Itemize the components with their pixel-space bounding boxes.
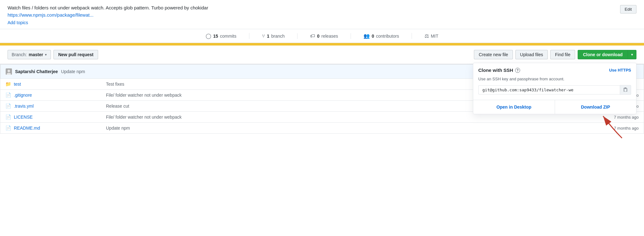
clone-download-dropdown-button[interactable]: ▾: [628, 51, 636, 59]
page-wrapper: Edit Watch files / folders not under web…: [0, 0, 644, 236]
copy-url-button[interactable]: [620, 85, 631, 95]
clone-download-button-group: Clone or download ▾: [578, 50, 636, 59]
clone-url-input[interactable]: [478, 85, 620, 94]
file-description: Update npm: [106, 126, 588, 131]
file-link[interactable]: README.md: [14, 126, 40, 131]
description-area: Edit Watch files / folders not under web…: [0, 0, 644, 29]
clone-title-text: Clone with SSH: [478, 67, 513, 73]
use-https-link[interactable]: Use HTTPS: [609, 68, 631, 72]
download-zip-button[interactable]: Download ZIP: [555, 100, 636, 114]
branch-icon: ⑂: [262, 33, 265, 39]
open-in-desktop-button[interactable]: Open in Desktop: [473, 100, 555, 114]
releases-stat[interactable]: 🏷 0 releases: [297, 33, 351, 39]
branch-prefix-label: Branch:: [12, 52, 27, 57]
commits-label: commits: [220, 34, 236, 39]
clone-dropdown-footer: Open in Desktop Download ZIP: [473, 100, 636, 114]
contributors-label: contributors: [376, 34, 399, 39]
commit-author: Saptarshi Chatterjee: [15, 69, 58, 74]
branch-selector[interactable]: Branch: master ▾: [8, 50, 51, 59]
chevron-down-icon: ▾: [45, 53, 47, 57]
language-bar: [0, 43, 644, 46]
contributors-stat[interactable]: 👥 0 contributors: [351, 33, 412, 39]
branch-name-label: master: [29, 52, 43, 57]
file-name-col: 📄 README.md: [5, 125, 106, 131]
tag-icon: 🏷: [310, 33, 315, 39]
file-description: File/ folder watcher not under webpack: [106, 115, 588, 120]
file-icon: 📄: [5, 114, 11, 120]
branches-label: branch: [271, 34, 285, 39]
create-new-file-button[interactable]: Create new file: [474, 50, 513, 59]
file-link[interactable]: LICENSE: [14, 115, 33, 120]
license-label: MIT: [431, 34, 438, 39]
folder-icon: 📁: [5, 81, 11, 87]
clone-dropdown-header: Clone with SSH ? Use HTTPS: [473, 63, 636, 75]
clone-download-main-button[interactable]: Clone or download: [578, 50, 628, 59]
file-icon: 📄: [5, 92, 11, 98]
clone-subtitle: Use an SSH key and passphrase from accou…: [473, 75, 636, 85]
file-link[interactable]: .travis.yml: [14, 104, 34, 109]
chevron-down-icon: ▾: [631, 52, 633, 57]
stats-bar: ◯ 15 commits ⑂ 1 branch 🏷 0 releases 👥 0…: [0, 29, 644, 43]
branches-stat[interactable]: ⑂ 1 branch: [249, 33, 298, 39]
file-icon: 📄: [5, 103, 11, 109]
clone-title: Clone with SSH ?: [478, 67, 520, 73]
file-name-col: 📄 .travis.yml: [5, 103, 106, 109]
file-name-col: 📄 .gitignore: [5, 92, 106, 98]
toolbar: Branch: master ▾ New pull request Create…: [0, 46, 644, 64]
file-time: 7 months ago: [588, 115, 639, 120]
edit-button[interactable]: Edit: [620, 5, 636, 13]
file-link[interactable]: test: [14, 82, 21, 87]
commits-icon: ◯: [206, 33, 211, 39]
contributors-icon: 👥: [364, 33, 370, 39]
releases-label: releases: [321, 34, 338, 39]
avatar: [6, 68, 12, 75]
repo-link[interactable]: https://www.npmjs.com/package/filewat...: [8, 12, 636, 18]
clipboard-icon: [623, 87, 628, 93]
svg-point-1: [8, 70, 10, 72]
description-text: Watch files / folders not under webpack …: [8, 5, 636, 10]
file-name-col: 📁 test: [5, 81, 106, 87]
commit-message: Update npm: [61, 69, 85, 74]
commits-count: 15: [213, 34, 218, 39]
commits-stat[interactable]: ◯ 15 commits: [193, 33, 249, 39]
clone-dropdown-panel: Clone with SSH ? Use HTTPS Use an SSH ke…: [473, 63, 636, 114]
releases-count: 0: [317, 34, 319, 39]
upload-files-button[interactable]: Upload files: [515, 50, 548, 59]
branches-count: 1: [267, 34, 269, 39]
license-stat[interactable]: ⚖ MIT: [412, 33, 451, 39]
file-time: 7 months ago: [588, 126, 639, 131]
new-pull-request-button[interactable]: New pull request: [53, 50, 98, 59]
file-name-col: 📄 LICENSE: [5, 114, 106, 120]
clone-url-row: [473, 85, 636, 100]
add-topics-link[interactable]: Add topics: [8, 20, 28, 25]
file-icon: 📄: [5, 125, 11, 131]
file-link[interactable]: .gitignore: [14, 93, 32, 98]
contributors-count: 0: [372, 34, 374, 39]
table-row: 📄 README.md Update npm 7 months ago: [0, 122, 644, 133]
help-icon[interactable]: ?: [515, 68, 520, 73]
license-icon: ⚖: [425, 33, 429, 39]
find-file-button[interactable]: Find file: [550, 50, 575, 59]
